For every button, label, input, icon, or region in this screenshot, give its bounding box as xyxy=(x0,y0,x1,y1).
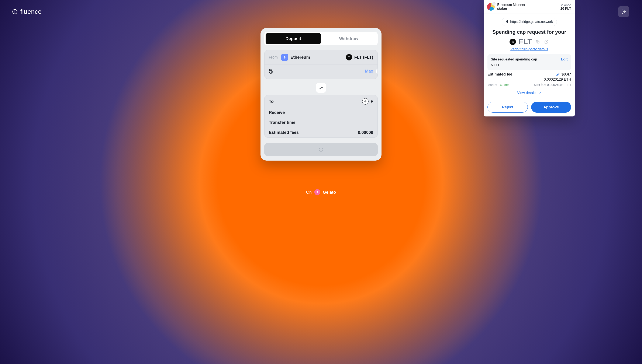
swap-icon xyxy=(319,86,323,90)
fee-max-label: Max fee: xyxy=(534,83,546,86)
swap-wrap xyxy=(264,83,378,93)
estimated-fees-row: Estimated fees 0.00009 xyxy=(264,128,378,138)
fee-section: Estimated fee $0.47 0.00020129 ETH Marke… xyxy=(484,70,575,89)
bridge-card: Deposit Withdraw From Ethereum FLT (FLT)… xyxy=(260,28,382,160)
edit-fee-icon[interactable] xyxy=(556,72,560,76)
receive-row: Receive xyxy=(264,108,378,118)
swap-direction-button[interactable] xyxy=(316,83,326,93)
fee-usd: $0.47 xyxy=(561,72,571,76)
transfer-time-label: Transfer time xyxy=(269,120,295,125)
fee-max-eth: 0.00024981 ETH xyxy=(547,83,571,86)
approve-button[interactable]: Approve xyxy=(531,102,571,113)
site-icon: H xyxy=(506,20,508,24)
to-token-chip[interactable]: F xyxy=(362,98,373,104)
spending-cap-title: Site requested spending cap xyxy=(491,58,537,61)
fee-eth: 0.00020129 ETH xyxy=(487,78,571,82)
from-label: From xyxy=(269,55,278,60)
receive-label: Receive xyxy=(269,110,285,115)
from-chain-chip[interactable]: Ethereum xyxy=(281,54,310,61)
loading-spinner-icon xyxy=(319,148,323,152)
flt-icon xyxy=(510,38,516,45)
logout-button[interactable] xyxy=(618,6,629,17)
brand: fluence xyxy=(12,8,42,15)
network-name: Ethereum Mainnet xyxy=(497,3,525,7)
token-row: FLT xyxy=(484,38,575,46)
view-details-text: View details xyxy=(517,91,536,95)
token-symbol: FLT xyxy=(519,38,532,46)
verify-link[interactable]: Verify third-party details xyxy=(484,47,575,51)
fee-label: Estimated fee xyxy=(487,72,512,76)
primary-cta[interactable] xyxy=(264,143,378,156)
from-panel: From Ethereum FLT (FLT) Max 20 xyxy=(264,50,378,79)
wallet-popup: Ethereum Mainnet staker Balance 20 FLT H… xyxy=(484,0,575,116)
from-token-symbol: FLT (FLT) xyxy=(354,55,373,60)
brand-name: fluence xyxy=(20,8,42,15)
gelato-name: Gelato xyxy=(323,190,336,195)
fee-market: Market xyxy=(487,83,497,86)
account-meta: Ethereum Mainnet staker xyxy=(497,3,525,10)
reject-button[interactable]: Reject xyxy=(487,102,528,113)
flt-icon xyxy=(346,54,352,60)
external-link-icon[interactable] xyxy=(543,39,549,44)
estimated-fees-label: Estimated fees xyxy=(269,130,299,135)
tab-withdraw[interactable]: Withdraw xyxy=(321,33,376,44)
wallet-balance: Balance 20 FLT xyxy=(560,3,571,10)
flt-outline-icon xyxy=(362,98,369,104)
wallet-header: Ethereum Mainnet staker Balance 20 FLT xyxy=(484,0,575,14)
powered-by: On Gelato xyxy=(306,189,336,195)
balance-pill: 20 xyxy=(376,68,378,74)
ethereum-icon xyxy=(281,54,288,61)
amount-input[interactable] xyxy=(269,67,362,75)
to-row: To F xyxy=(264,95,378,108)
wallet-actions: Reject Approve xyxy=(484,98,575,116)
balance-label: Balance xyxy=(560,3,571,7)
account-name: staker xyxy=(497,7,525,10)
fee-eta: ~60 sec xyxy=(498,83,509,86)
estimated-fees-value: 0.00009 xyxy=(358,130,373,135)
copy-icon[interactable] xyxy=(535,39,540,44)
to-label: To xyxy=(269,99,274,104)
view-details-link[interactable]: View details xyxy=(484,89,575,98)
spending-cap-amount: 5 FLT xyxy=(491,63,568,67)
brand-icon xyxy=(12,9,18,15)
on-label: On xyxy=(306,190,312,195)
balance-value: 20 FLT xyxy=(560,7,571,10)
to-panel: To F Receive Transfer time Estimated fee… xyxy=(264,95,378,138)
tab-deposit[interactable]: Deposit xyxy=(266,33,321,44)
amount-row: Max 20 xyxy=(264,64,378,79)
wallet-title: Spending cap request for your xyxy=(484,29,575,35)
to-token-initial: F xyxy=(371,99,373,104)
tab-bar: Deposit Withdraw xyxy=(264,32,378,46)
wallet-account[interactable]: Ethereum Mainnet staker xyxy=(487,3,525,10)
gelato-icon xyxy=(314,189,320,195)
transfer-time-row: Transfer time xyxy=(264,118,378,128)
from-token-chip[interactable]: FLT (FLT) xyxy=(346,54,373,60)
svg-line-11 xyxy=(546,40,548,42)
edit-cap-button[interactable]: Edit xyxy=(561,57,568,62)
chevron-down-icon xyxy=(538,91,541,94)
logout-icon xyxy=(621,9,626,14)
spending-cap-box: Site requested spending cap Edit 5 FLT xyxy=(487,54,571,70)
max-button[interactable]: Max xyxy=(365,69,373,74)
from-chain-name: Ethereum xyxy=(290,55,310,60)
site-chip[interactable]: H https://bridge.gelato.network xyxy=(502,18,557,26)
site-url: https://bridge.gelato.network xyxy=(510,20,553,24)
from-row: From Ethereum FLT (FLT) xyxy=(264,50,378,64)
account-avatar-icon xyxy=(487,3,495,10)
